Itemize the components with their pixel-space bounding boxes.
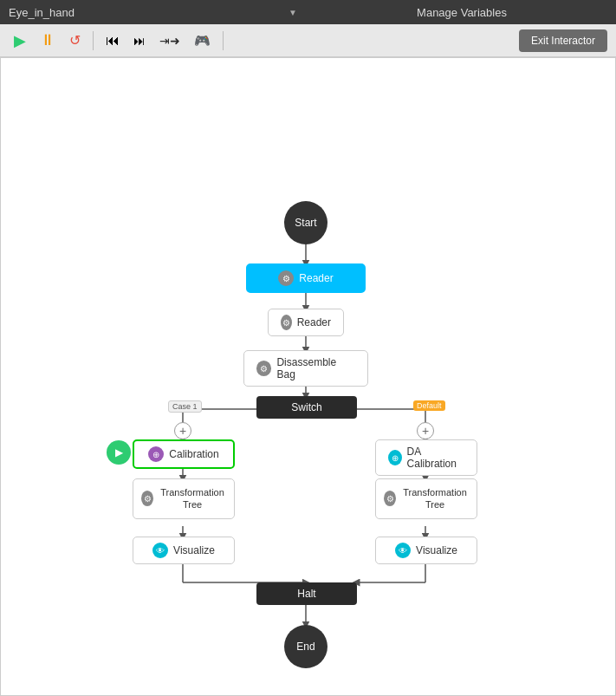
end-node[interactable]: End: [284, 625, 327, 668]
reader-blue-node[interactable]: ⚙ Reader: [246, 263, 366, 293]
manage-variables-label: Manage Variables: [417, 6, 507, 19]
disassemble-bag-node[interactable]: ⚙ Disassemble Bag: [243, 350, 368, 387]
visualize-left-icon: 👁: [152, 543, 168, 558]
plus-circle-left[interactable]: +: [174, 422, 191, 439]
calibration-node[interactable]: ⊕ Calibration: [133, 439, 235, 469]
app-name-section[interactable]: Eye_in_hand ▼: [0, 6, 308, 19]
transformation-tree-right-icon: ⚙: [384, 491, 396, 506]
exit-interactor-button[interactable]: Exit Interactor: [519, 29, 607, 52]
app-name-label: Eye_in_hand: [9, 6, 75, 19]
transformation-tree-left-icon: ⚙: [141, 491, 153, 506]
toolbar: ▶ ⏸ ↺ ⏮ ⏭ ⇥➜ 🎮 Exit Interactor: [0, 24, 616, 57]
fast-forward-button[interactable]: ⏭: [128, 30, 151, 51]
canvas-area: Start ⚙ Reader ⚙ Reader ⚙ Disassemble Ba…: [0, 57, 616, 696]
separator-1: [93, 31, 94, 50]
da-calibration-icon: ⊕: [388, 450, 402, 465]
default-badge: Default: [413, 400, 445, 411]
step-forward-button[interactable]: ⇥➜: [154, 30, 185, 51]
reader-blue-icon: ⚙: [278, 270, 294, 286]
disassemble-icon: ⚙: [256, 361, 271, 376]
end-circle: End: [284, 625, 327, 668]
reader-white-node[interactable]: ⚙ Reader: [268, 309, 344, 336]
transformation-tree-right-node[interactable]: ⚙ Transformation Tree: [375, 478, 477, 519]
separator-2: [223, 31, 224, 50]
pause-button[interactable]: ⏸: [35, 28, 61, 53]
halt-node[interactable]: Halt: [256, 582, 357, 605]
play-indicator: ▶: [107, 440, 131, 465]
case1-badge: Case 1: [168, 400, 202, 413]
switch-node[interactable]: Switch: [256, 396, 357, 419]
record-button[interactable]: 🎮: [189, 29, 216, 52]
start-node[interactable]: Start: [284, 201, 327, 244]
reader-white-icon: ⚙: [281, 315, 292, 330]
manage-variables-section[interactable]: Manage Variables: [308, 6, 616, 19]
play-button[interactable]: ▶: [9, 28, 31, 54]
play-circle-icon: ▶: [107, 440, 131, 465]
plus-right[interactable]: +: [417, 422, 434, 439]
refresh-button[interactable]: ↺: [64, 29, 86, 52]
start-circle: Start: [284, 201, 327, 244]
plus-left[interactable]: +: [174, 422, 191, 439]
da-calibration-node[interactable]: ⊕ DA Calibration: [375, 439, 477, 476]
top-bar: Eye_in_hand ▼ Manage Variables: [0, 0, 616, 24]
dropdown-arrow-icon: ▼: [289, 8, 297, 17]
visualize-right-icon: 👁: [395, 543, 411, 558]
visualize-left-node[interactable]: 👁 Visualize: [133, 537, 235, 564]
transformation-tree-left-node[interactable]: ⚙ Transformation Tree: [133, 478, 235, 519]
plus-circle-right[interactable]: +: [417, 422, 434, 439]
calibration-icon: ⊕: [148, 446, 164, 462]
visualize-right-node[interactable]: 👁 Visualize: [375, 537, 477, 564]
step-back-button[interactable]: ⏮: [101, 29, 125, 52]
